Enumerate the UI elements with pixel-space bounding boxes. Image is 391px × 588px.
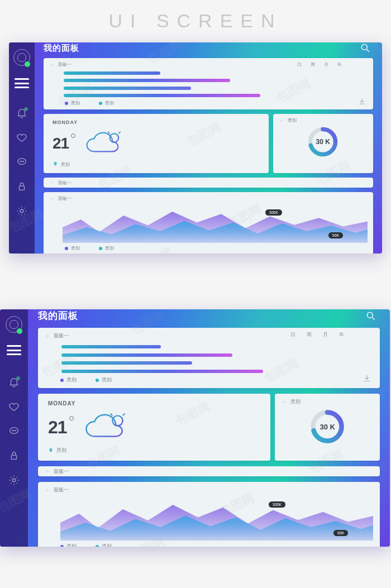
notification-dot (16, 376, 20, 380)
svg-point-1 (20, 161, 21, 162)
svg-point-14 (51, 198, 53, 199)
panel-bars: 面板一 日 周 月 年 类别 类别 (38, 328, 380, 388)
gear-icon[interactable] (49, 180, 55, 185)
panels: 面板一 日 周 月 年 类别 类别 (28, 322, 390, 547)
search-icon[interactable] (365, 310, 376, 322)
filter-week[interactable]: 周 (307, 331, 312, 338)
panel-donut: 类别 30 K (275, 394, 380, 461)
panel-weather: MONDAY 21 类别 (38, 394, 270, 461)
filter-day[interactable]: 日 (297, 61, 302, 68)
chat-icon[interactable] (8, 426, 20, 437)
donut-value: 30 K (320, 423, 335, 431)
data-label: 50K (333, 530, 348, 536)
gear-icon[interactable] (16, 205, 28, 217)
gear-icon[interactable] (282, 399, 287, 405)
donut-chart: 30 K (279, 123, 368, 160)
filter-year[interactable]: 年 (339, 331, 344, 338)
svg-point-10 (280, 119, 282, 121)
download-icon[interactable] (362, 374, 372, 383)
filter-day[interactable]: 日 (290, 331, 295, 338)
bell-icon[interactable] (8, 376, 20, 388)
svg-point-7 (51, 64, 53, 65)
gear-icon[interactable] (8, 475, 20, 486)
avatar[interactable] (3, 314, 25, 335)
svg-rect-19 (11, 455, 16, 459)
heart-icon[interactable] (16, 132, 28, 143)
svg-point-24 (50, 449, 51, 450)
sidebar (0, 309, 28, 547)
gear-icon[interactable] (49, 196, 55, 202)
panel-strip: 面板一 (44, 178, 373, 188)
svg-point-16 (12, 431, 13, 431)
svg-point-25 (284, 401, 285, 403)
weather-location: 类别 (61, 161, 70, 168)
svg-rect-4 (19, 186, 24, 190)
lock-icon[interactable] (8, 450, 20, 461)
menu-icon[interactable] (7, 345, 21, 355)
svg-point-13 (51, 182, 53, 184)
area-chart: 300K 50K (60, 496, 373, 541)
svg-point-17 (13, 431, 14, 431)
download-icon[interactable] (357, 97, 366, 105)
donut-title: 类别 (290, 398, 301, 405)
bar-chart (64, 71, 366, 98)
weather-location: 类别 (56, 447, 66, 454)
donut-title: 类别 (288, 117, 297, 123)
panel-title: 面板一 (58, 61, 71, 68)
avatar[interactable] (11, 47, 32, 68)
panel-title: 面板一 (54, 486, 69, 494)
location-pin-icon (53, 161, 58, 168)
panel-strip: 面板一 (38, 466, 380, 476)
search-icon[interactable] (360, 42, 371, 54)
legend-item: 类别 (99, 245, 114, 251)
panel-title: 面板一 (54, 468, 69, 475)
header: 我的面板 (28, 309, 390, 322)
weather-day: MONDAY (53, 119, 263, 125)
svg-point-22 (47, 335, 49, 337)
heart-icon[interactable] (8, 401, 20, 412)
page-title: 我的面板 (38, 309, 78, 322)
sidebar (9, 42, 35, 254)
gear-icon[interactable] (45, 469, 50, 474)
legend-item: 类别 (60, 543, 77, 547)
panel-title: 面板一 (58, 180, 71, 186)
filter-month[interactable]: 月 (324, 61, 328, 68)
lock-icon[interactable] (16, 181, 28, 192)
svg-point-28 (47, 471, 49, 472)
donut-chart: 30 K (282, 405, 373, 448)
page-heading: UI SCREEN (108, 10, 282, 32)
svg-point-29 (47, 489, 49, 491)
donut-value: 30 K (316, 138, 330, 146)
panel-donut: 类别 30 K (273, 114, 373, 173)
panel-title: 面板一 (58, 195, 71, 202)
status-online-dot (25, 61, 30, 67)
filter-month[interactable]: 月 (323, 331, 328, 338)
gear-icon[interactable] (49, 62, 55, 68)
bell-icon[interactable] (16, 107, 28, 118)
svg-point-18 (15, 431, 16, 431)
gear-icon[interactable] (45, 487, 50, 493)
weather-day: MONDAY (48, 400, 264, 407)
gear-icon[interactable] (279, 118, 284, 123)
weather-cloud-icon (80, 409, 136, 446)
main-area: 我的面板 面板一 日 周 月 年 (35, 42, 382, 254)
dashboard-app-top: 包图网包图网包图网 包图网包图网包图网 包图网包图网包图网 包图网包图网包图网 (9, 42, 382, 254)
filter-week[interactable]: 周 (311, 61, 315, 68)
panel-bars: 面板一 日 周 月 年 类别 类别 (44, 58, 373, 109)
svg-point-9 (55, 162, 56, 164)
panels: 面板一 日 周 月 年 类别 类别 (35, 54, 382, 254)
area-chart: 300K 50K (63, 204, 368, 243)
page-title: 我的面板 (44, 43, 79, 54)
chat-icon[interactable] (16, 156, 28, 168)
location-pin-icon (48, 447, 54, 454)
svg-point-20 (12, 479, 16, 482)
filter-year[interactable]: 年 (337, 61, 342, 68)
menu-icon[interactable] (15, 78, 29, 88)
panel-weather: MONDAY 21 (44, 114, 269, 173)
gear-icon[interactable] (45, 333, 50, 339)
main-area: 我的面板 面板一 日 周 月 年 (28, 309, 390, 547)
legend-item: 类别 (65, 245, 80, 251)
svg-point-3 (23, 161, 23, 162)
degree-icon (71, 133, 75, 138)
legend-item: 类别 (96, 543, 112, 547)
